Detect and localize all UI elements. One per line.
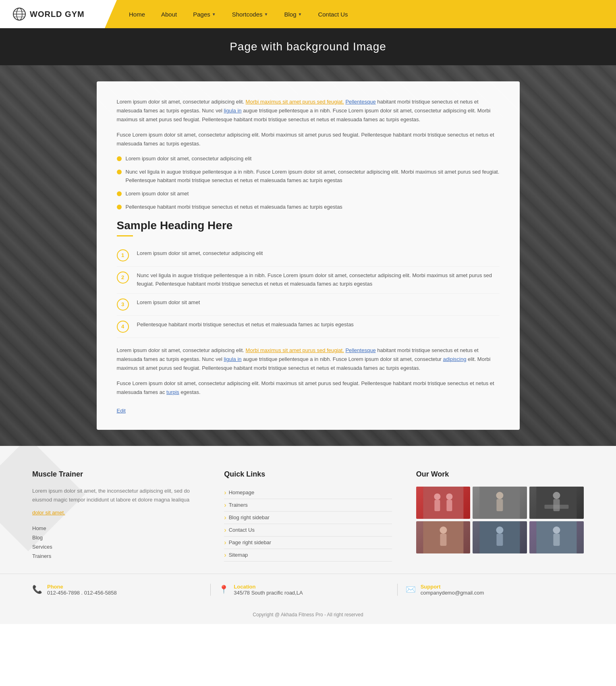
intro-para-2: Fusce Lorem ipsum dolor sit amet, consec… [117, 131, 500, 148]
svg-rect-9 [446, 500, 452, 511]
quick-link-homepage[interactable]: Homepage [224, 487, 392, 499]
footer-nav-services[interactable]: Services [32, 542, 200, 551]
quick-link-page-right[interactable]: Page right sidebar [224, 537, 392, 549]
svg-rect-19 [440, 534, 446, 546]
gallery-image-2 [473, 487, 527, 519]
globe-icon [12, 7, 27, 21]
svg-point-14 [553, 492, 560, 499]
footer-nav-blog[interactable]: Blog [32, 533, 200, 542]
number-circle-4: 4 [117, 321, 129, 333]
bullet-dot-icon [117, 205, 122, 209]
footer-col3-title: Our Work [416, 470, 584, 479]
shortcodes-arrow-icon: ▼ [264, 12, 268, 17]
location-value: 345/78 South pracific road,LA [234, 590, 303, 596]
intro-para-1: Lorem ipsum dolor sit amet, consectetur … [117, 97, 500, 124]
footer-bottom: 📞 Phone 012-456-7898 . 012-456-5858 📍 Lo… [0, 574, 616, 605]
header: WORLD GYM Home About Pages ▼ Shortcodes … [0, 0, 616, 28]
svg-rect-5 [423, 487, 463, 519]
svg-rect-25 [554, 534, 560, 546]
nav-pages[interactable]: Pages ▼ [193, 11, 216, 18]
body-para-3: Lorem ipsum dolor sit amet, consectetur … [117, 346, 500, 373]
content-card: Lorem ipsum dolor sit amet, consectetur … [97, 81, 520, 430]
gallery-item-6[interactable] [529, 521, 584, 553]
gallery-image-4 [416, 521, 471, 553]
phone-label: Phone [47, 584, 117, 590]
main-nav: Home About Pages ▼ Shortcodes ▼ Blog ▼ C… [105, 0, 616, 28]
blog-arrow-icon: ▼ [298, 12, 302, 17]
list-item: Pellentesque habitant morbi tristique se… [117, 203, 500, 211]
footer-col-our-work: Our Work [416, 470, 584, 562]
footer-col-quick-links: Quick Links Homepage Trainers Blog right… [224, 470, 392, 562]
bullet-dot-icon [117, 170, 122, 174]
edit-link[interactable]: Edit [117, 408, 126, 414]
heading-underline [117, 235, 133, 236]
email-icon: ✉️ [406, 584, 416, 594]
nav-blog[interactable]: Blog ▼ [284, 11, 302, 18]
svg-rect-22 [497, 534, 503, 546]
number-circle-1: 1 [117, 249, 129, 261]
svg-point-24 [553, 526, 560, 534]
hero-section: Page with background Image [0, 28, 616, 65]
svg-rect-8 [434, 500, 440, 511]
svg-rect-12 [497, 499, 503, 511]
bullet-dot-icon [117, 191, 122, 196]
footer-col1-title: Muscle Trainer [32, 470, 200, 479]
gallery-item-3[interactable] [529, 487, 584, 519]
gallery-item-1[interactable] [416, 487, 471, 519]
quick-link-trainers[interactable]: Trainers [224, 499, 392, 512]
list-item: Lorem ipsum dolor sit amet [117, 190, 500, 198]
footer-col1-body: Lorem ipsum dolor sit amet, the inconsec… [32, 487, 200, 504]
phone-value: 012-456-7898 . 012-456-5858 [47, 590, 117, 596]
quick-link-blog-right[interactable]: Blog right sidebar [224, 512, 392, 524]
quick-link-contact[interactable]: Contact Us [224, 524, 392, 537]
footer-nav-home[interactable]: Home [32, 524, 200, 533]
numbered-list-item: 3 Lorem ipsum dolor sit amet [117, 294, 500, 316]
numbered-list-item: 2 Nunc vel ligula in augue tristique pel… [117, 267, 500, 294]
footer-phone-section: 📞 Phone 012-456-7898 . 012-456-5858 [32, 584, 211, 596]
svg-point-11 [496, 492, 504, 499]
sample-heading: Sample Heading Here [117, 219, 500, 232]
footer-nav-list: Home Blog Services Trainers [32, 524, 200, 561]
number-circle-3: 3 [117, 298, 129, 311]
phone-icon: 📞 [32, 584, 42, 594]
quick-link-sitemap[interactable]: Sitemap [224, 549, 392, 562]
gallery-image-3 [529, 487, 584, 519]
logo-area: WORLD GYM [0, 7, 105, 21]
svg-point-7 [446, 493, 452, 500]
numbered-list: 1 Lorem ipsum dolor sit amet, consectetu… [117, 245, 500, 338]
pages-arrow-icon: ▼ [212, 12, 216, 17]
copyright-text: Copyright @ Akhada Fitness Pro - All rig… [253, 612, 363, 618]
content-background: Lorem ipsum dolor sit amet, consectetur … [0, 65, 616, 446]
footer-support-section: ✉️ Support companydemo@gmail.com [398, 584, 584, 596]
footer-location-section: 📍 Location 345/78 South pracific road,LA [211, 584, 397, 596]
footer: Muscle Trainer Lorem ipsum dolor sit ame… [0, 446, 616, 574]
nav-contact[interactable]: Contact Us [318, 11, 348, 18]
list-item: Nunc vel ligula in augue tristique pelle… [117, 168, 500, 185]
logo[interactable]: WORLD GYM [12, 7, 85, 21]
footer-nav-trainers[interactable]: Trainers [32, 551, 200, 561]
svg-point-6 [434, 493, 440, 500]
quick-links-list: Homepage Trainers Blog right sidebar Con… [224, 487, 392, 562]
gallery-item-2[interactable] [473, 487, 527, 519]
list-item: Lorem ipsum dolor sit amet, consectetur … [117, 155, 500, 163]
svg-point-18 [440, 526, 447, 534]
body-para-4: Fusce Lorem ipsum dolor sit amet, consec… [117, 379, 500, 397]
copyright-bar: Copyright @ Akhada Fitness Pro - All rig… [0, 605, 616, 624]
support-value: companydemo@gmail.com [421, 590, 484, 596]
gallery-grid [416, 487, 584, 553]
gallery-image-1 [416, 487, 471, 519]
gallery-item-4[interactable] [416, 521, 471, 553]
page-title: Page with background Image [0, 40, 616, 53]
footer-col1-link[interactable]: dolor sit amet. [32, 510, 65, 516]
nav-shortcodes[interactable]: Shortcodes ▼ [232, 11, 268, 18]
gallery-item-5[interactable] [473, 521, 527, 553]
numbered-list-item: 1 Lorem ipsum dolor sit amet, consectetu… [117, 245, 500, 267]
gallery-image-6 [529, 521, 584, 553]
nav-about[interactable]: About [161, 11, 177, 18]
bullet-dot-icon [117, 156, 122, 161]
svg-point-21 [496, 526, 504, 534]
nav-home[interactable]: Home [129, 11, 145, 18]
number-circle-2: 2 [117, 271, 129, 284]
footer-col-muscle-trainer: Muscle Trainer Lorem ipsum dolor sit ame… [32, 470, 200, 562]
footer-col2-title: Quick Links [224, 470, 392, 479]
